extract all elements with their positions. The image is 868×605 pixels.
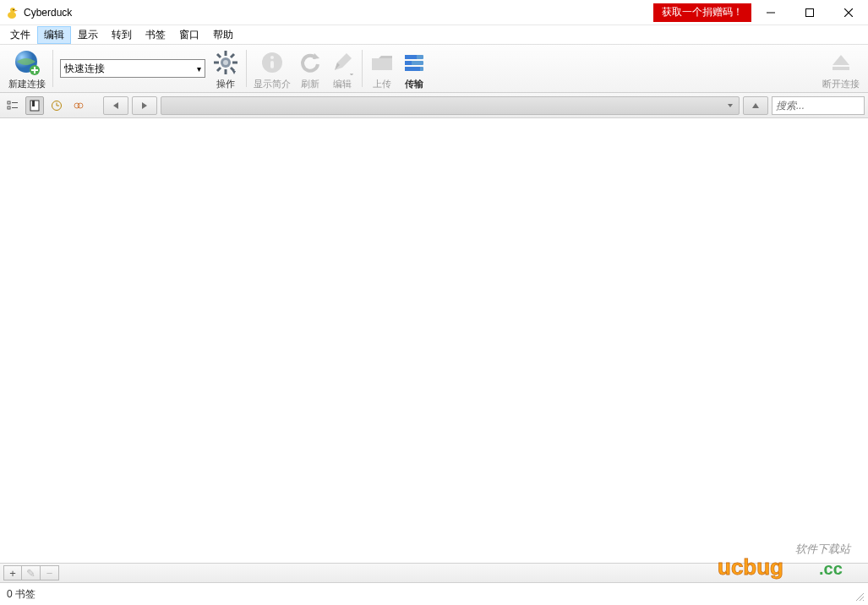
maximize-button[interactable]	[790, 0, 829, 25]
svg-point-20	[223, 60, 228, 65]
menu-file[interactable]: 文件	[3, 26, 37, 44]
svg-line-46	[863, 600, 864, 601]
globe-plus-icon	[13, 47, 41, 78]
get-info-button[interactable]: 显示简介	[250, 46, 294, 90]
svg-rect-23	[270, 61, 274, 68]
view-bonjour-button[interactable]	[69, 96, 88, 115]
bonjour-icon	[73, 100, 85, 112]
title-bar: Cyberduck 获取一个捐赠码！	[0, 0, 868, 25]
outline-icon	[7, 100, 19, 112]
menu-edit[interactable]: 编辑	[37, 26, 71, 44]
svg-line-19	[217, 68, 221, 71]
nav-up-button[interactable]	[743, 96, 768, 115]
transfers-button[interactable]: 传输	[398, 46, 430, 90]
edit-bookmark-button[interactable]: ✎	[22, 565, 41, 580]
nav-forward-button[interactable]	[132, 96, 157, 115]
svg-point-1	[10, 8, 15, 13]
action-button[interactable]: 操作	[209, 46, 243, 90]
toolbar: 新建连接 快速连接 ▾	[0, 44, 868, 93]
toolbar-separator	[246, 50, 247, 87]
upload-button[interactable]: 上传	[366, 46, 398, 90]
svg-line-18	[231, 54, 234, 57]
resize-grip[interactable]	[854, 591, 866, 603]
remove-bookmark-button[interactable]: −	[41, 565, 59, 580]
add-bookmark-button[interactable]: +	[3, 565, 22, 580]
svg-rect-33	[8, 106, 10, 109]
bookmark-icon	[29, 100, 41, 112]
svg-rect-36	[32, 101, 35, 106]
chevron-down-icon: ▾	[197, 64, 201, 74]
gear-icon	[212, 47, 239, 78]
chevron-down-icon	[727, 102, 734, 109]
svg-rect-28	[405, 61, 412, 65]
search-input[interactable]	[776, 100, 868, 112]
svg-rect-30	[833, 67, 849, 70]
toolbar-separator	[52, 50, 53, 87]
status-bar: 0 书签	[0, 583, 868, 605]
triangle-right-icon	[140, 101, 149, 110]
svg-rect-29	[405, 67, 420, 71]
view-bookmarks-button[interactable]	[25, 96, 44, 115]
nav-back-button[interactable]	[103, 96, 128, 115]
triangle-left-icon	[112, 101, 120, 110]
folder-up-icon	[369, 47, 395, 78]
edit-button[interactable]: 编辑	[326, 46, 358, 90]
toolbar-separator	[362, 50, 363, 87]
menu-bookmark[interactable]: 书签	[139, 26, 172, 44]
svg-rect-4	[806, 8, 814, 16]
donate-button[interactable]: 获取一个捐赠码！	[653, 3, 751, 22]
status-text: 0 书签	[7, 587, 35, 602]
svg-line-44	[856, 593, 864, 601]
search-box[interactable]	[772, 96, 865, 115]
pencil-icon	[330, 47, 355, 78]
close-button[interactable]	[829, 0, 868, 25]
bottom-toolbar: + ✎ −	[0, 563, 868, 583]
quick-connect-group: 快速连接 ▾	[57, 46, 209, 90]
minimize-button[interactable]	[751, 0, 790, 25]
eject-icon	[828, 47, 854, 78]
menu-help[interactable]: 帮助	[206, 26, 240, 44]
svg-point-0	[8, 12, 16, 19]
disconnect-button[interactable]: 断开连接	[819, 46, 863, 90]
content-area	[0, 118, 868, 563]
new-connection-button[interactable]: 新建连接	[5, 46, 49, 90]
svg-rect-31	[8, 101, 10, 104]
svg-rect-27	[405, 55, 417, 59]
svg-point-22	[270, 56, 274, 59]
refresh-button[interactable]: 刷新	[294, 46, 326, 90]
navigation-bar	[0, 93, 868, 118]
view-history-button[interactable]	[47, 96, 66, 115]
clock-icon	[51, 100, 63, 112]
transfers-icon	[401, 47, 427, 78]
triangle-up-icon	[751, 101, 760, 110]
svg-line-17	[231, 68, 234, 71]
menu-view[interactable]: 显示	[71, 26, 105, 44]
info-icon	[259, 47, 285, 78]
refresh-icon	[298, 47, 323, 78]
path-dropdown[interactable]	[161, 96, 740, 115]
menu-window[interactable]: 窗口	[172, 26, 206, 44]
view-outline-button[interactable]	[3, 96, 22, 115]
svg-point-2	[13, 8, 14, 9]
svg-line-16	[217, 54, 221, 57]
quick-connect-dropdown[interactable]: 快速连接 ▾	[60, 59, 205, 78]
app-icon	[5, 6, 19, 19]
svg-point-41	[78, 103, 83, 108]
menu-go[interactable]: 转到	[105, 26, 139, 44]
menu-bar: 文件 编辑 显示 转到 书签 窗口 帮助	[0, 25, 868, 44]
window-title: Cyberduck	[24, 7, 72, 19]
